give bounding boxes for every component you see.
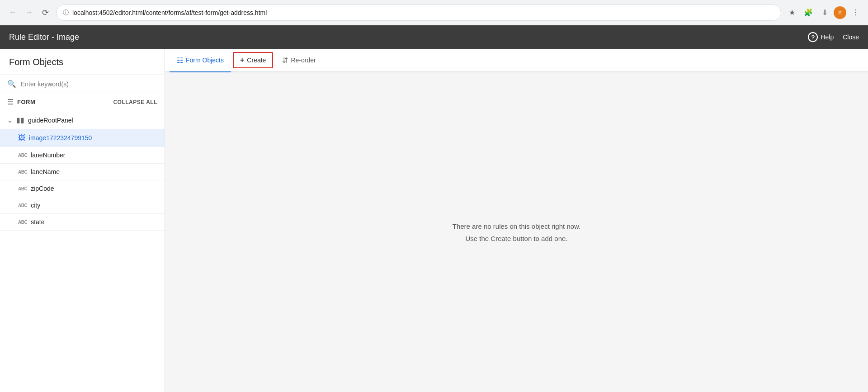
browser-actions: ★ 🧩 ⇓ n ⋮ xyxy=(785,5,863,20)
tree-item-laneName[interactable]: ABC laneName xyxy=(0,164,165,180)
form-label: FORM xyxy=(17,99,35,105)
browser-nav-buttons: ← → ⟳ xyxy=(5,5,52,20)
abc-icon-laneName: ABC xyxy=(18,170,27,175)
tree-container: ⌄ ▮▮ guideRootPanel 🖼 image1722324799150… xyxy=(0,111,165,392)
menu-button[interactable]: ⋮ xyxy=(848,5,863,20)
empty-state-line2: Use the Create button to add one. xyxy=(466,232,568,245)
help-button[interactable]: ? Help xyxy=(808,32,834,42)
app-container: Rule Editor - Image ? Help Close Form Ob… xyxy=(0,25,868,392)
search-bar: 🔍 xyxy=(0,75,165,93)
tree-label-laneNumber: laneNumber xyxy=(31,151,65,159)
form-objects-tab-icon: ☷ xyxy=(177,56,183,65)
reload-button[interactable]: ⟳ xyxy=(38,5,52,20)
tree-item-zipCode[interactable]: ABC zipCode xyxy=(0,180,165,197)
tree-item-state[interactable]: ABC state xyxy=(0,214,165,231)
chevron-down-icon: ⌄ xyxy=(7,117,13,124)
tab-form-objects[interactable]: ☷ Form Objects xyxy=(170,49,231,72)
close-button[interactable]: Close xyxy=(843,33,859,41)
tree-label-image: image1722324799150 xyxy=(29,134,92,142)
form-label-group: ☰ FORM xyxy=(7,98,35,106)
search-input[interactable] xyxy=(21,80,157,88)
header-actions: ? Help Close xyxy=(808,32,859,42)
sidebar-title-bar: Form Objects xyxy=(0,49,165,75)
panel-icon: ▮▮ xyxy=(16,116,24,124)
main-panel: ☷ Form Objects + Create ⇵ Re-order There… xyxy=(165,49,868,392)
browser-chrome: ← → ⟳ ⓘ localhost:4502/editor.html/conte… xyxy=(0,0,868,25)
back-button[interactable]: ← xyxy=(5,5,20,20)
search-icon: 🔍 xyxy=(7,80,16,88)
tab-form-objects-label: Form Objects xyxy=(186,57,224,64)
image-icon: 🖼 xyxy=(18,134,25,142)
tree-label-laneName: laneName xyxy=(31,168,60,175)
create-button[interactable]: + Create xyxy=(233,52,273,68)
tree-label-state: state xyxy=(31,218,44,226)
address-text: localhost:4502/editor.html/content/forms… xyxy=(72,9,774,16)
address-bar[interactable]: ⓘ localhost:4502/editor.html/content/for… xyxy=(56,5,781,21)
empty-state-line1: There are no rules on this object right … xyxy=(453,220,581,232)
abc-icon-state: ABC xyxy=(18,220,27,225)
tab-re-order[interactable]: ⇵ Re-order xyxy=(275,49,323,72)
tree-item-laneNumber[interactable]: ABC laneNumber xyxy=(0,147,165,164)
hamburger-icon: ☰ xyxy=(7,98,14,106)
bookmark-button[interactable]: ★ xyxy=(785,5,799,20)
extension-button[interactable]: 🧩 xyxy=(801,5,816,20)
form-toolbar: ☰ FORM COLLAPSE ALL xyxy=(0,93,165,111)
download-button[interactable]: ⇓ xyxy=(817,5,832,20)
info-icon: ⓘ xyxy=(63,9,69,17)
collapse-all-button[interactable]: COLLAPSE ALL xyxy=(113,99,157,105)
abc-icon-city: ABC xyxy=(18,203,27,208)
tree-item-guideRootPanel[interactable]: ⌄ ▮▮ guideRootPanel xyxy=(0,111,165,129)
tree-item-city[interactable]: ABC city xyxy=(0,197,165,214)
app-header: Rule Editor - Image ? Help Close xyxy=(0,25,868,49)
tab-re-order-label: Re-order xyxy=(291,57,316,64)
app-title: Rule Editor - Image xyxy=(9,33,79,42)
help-circle-icon: ? xyxy=(808,32,818,42)
tab-bar: ☷ Form Objects + Create ⇵ Re-order xyxy=(165,49,868,72)
user-avatar[interactable]: n xyxy=(834,6,846,19)
tree-label-city: city xyxy=(31,202,40,209)
create-label: Create xyxy=(247,57,266,64)
tree-item-image[interactable]: 🖼 image1722324799150 xyxy=(0,129,165,147)
tree-label-zipCode: zipCode xyxy=(31,185,54,192)
empty-state: There are no rules on this object right … xyxy=(165,72,868,392)
plus-icon: + xyxy=(240,56,244,64)
sidebar-title: Form Objects xyxy=(9,57,156,67)
tree-label-guideRootPanel: guideRootPanel xyxy=(28,117,73,124)
content-area: Form Objects 🔍 ☰ FORM COLLAPSE ALL ⌄ ▮▮ … xyxy=(0,49,868,392)
forward-button[interactable]: → xyxy=(22,5,36,20)
reorder-icon: ⇵ xyxy=(282,56,288,65)
help-label: Help xyxy=(821,33,834,41)
sidebar: Form Objects 🔍 ☰ FORM COLLAPSE ALL ⌄ ▮▮ … xyxy=(0,49,165,392)
abc-icon-laneNumber: ABC xyxy=(18,153,27,158)
abc-icon-zipCode: ABC xyxy=(18,186,27,191)
